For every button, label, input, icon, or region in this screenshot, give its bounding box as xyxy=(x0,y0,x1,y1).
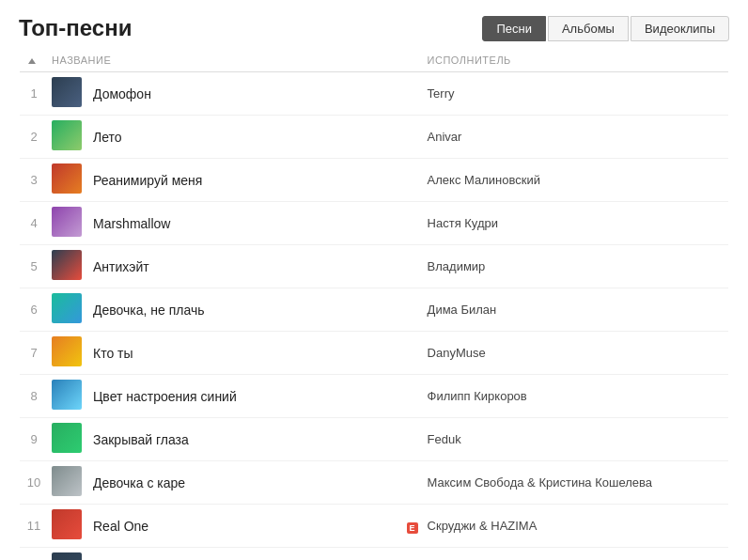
album-art xyxy=(52,509,82,539)
row-num: 2 xyxy=(20,116,48,159)
row-thumbnail xyxy=(48,116,86,159)
row-explicit-badge xyxy=(401,245,424,288)
album-art xyxy=(52,250,82,280)
row-num: 1 xyxy=(20,72,48,116)
row-thumbnail xyxy=(48,505,86,548)
row-song-name[interactable]: So Long xyxy=(86,548,401,561)
row-num: 8 xyxy=(20,375,48,418)
row-explicit-badge xyxy=(401,418,424,461)
album-art xyxy=(52,336,82,366)
row-explicit-badge xyxy=(401,288,424,332)
row-artist-name[interactable]: Terry xyxy=(424,72,728,116)
table-row[interactable]: 12 So Long MALFA xyxy=(20,548,728,561)
row-num: 11 xyxy=(20,505,48,548)
row-thumbnail xyxy=(48,245,86,288)
row-song-name[interactable]: Real One xyxy=(86,505,401,548)
col-artist-header: ИСПОЛНИТЕЛЬ xyxy=(424,49,728,72)
table-row[interactable]: 2 Лето Anivar xyxy=(20,116,728,159)
row-artist-name[interactable]: Anivar xyxy=(424,116,728,159)
tab-albums[interactable]: Альбомы xyxy=(548,16,629,41)
row-num: 6 xyxy=(20,288,48,332)
col-name-header: НАЗВАНИЕ xyxy=(48,49,424,72)
table-row[interactable]: 8 Цвет настроения синий Филипп Киркоров xyxy=(20,375,728,418)
col-sort[interactable] xyxy=(20,49,48,72)
row-explicit-badge xyxy=(401,461,424,505)
row-explicit-badge xyxy=(401,116,424,159)
row-num: 7 xyxy=(20,332,48,375)
row-explicit-badge xyxy=(401,72,424,116)
row-artist-name[interactable]: Филипп Киркоров xyxy=(424,375,728,418)
row-thumbnail xyxy=(48,548,86,561)
row-num: 10 xyxy=(20,461,48,505)
row-artist-name[interactable]: Максим Свобода & Кристина Кошелева xyxy=(424,461,728,505)
row-artist-name[interactable]: MALFA xyxy=(424,548,728,561)
row-explicit-badge xyxy=(401,375,424,418)
row-thumbnail xyxy=(48,332,86,375)
album-art xyxy=(52,163,82,194)
row-artist-name[interactable]: Алекс Малиновский xyxy=(424,159,728,202)
page-header: Топ-песни Песни Альбомы Видеоклипы xyxy=(0,0,748,49)
row-num: 5 xyxy=(20,245,48,288)
album-art xyxy=(52,207,82,237)
table-header-row: НАЗВАНИЕ ИСПОЛНИТЕЛЬ xyxy=(20,49,728,72)
tab-songs[interactable]: Песни xyxy=(482,16,546,41)
row-explicit-badge xyxy=(401,548,424,561)
table-row[interactable]: 7 Кто ты DanyMuse xyxy=(20,332,728,375)
album-art xyxy=(52,423,82,453)
row-thumbnail xyxy=(48,288,86,332)
row-thumbnail xyxy=(48,375,86,418)
table-row[interactable]: 1 Домофон Terry xyxy=(20,72,728,116)
row-song-name[interactable]: Домофон xyxy=(86,72,401,116)
table-body: 1 Домофон Terry 2 Лето Anivar 3 Реанимир… xyxy=(20,72,728,561)
row-song-name[interactable]: Цвет настроения синий xyxy=(86,375,401,418)
row-artist-name[interactable]: Скруджи & HAZIMA xyxy=(424,505,728,548)
row-artist-name[interactable]: Настя Кудри xyxy=(424,202,728,245)
row-song-name[interactable]: Кто ты xyxy=(86,332,401,375)
row-song-name[interactable]: Закрывай глаза xyxy=(86,418,401,461)
row-song-name[interactable]: Лето xyxy=(86,116,401,159)
row-thumbnail xyxy=(48,202,86,245)
table-container: НАЗВАНИЕ ИСПОЛНИТЕЛЬ 1 Домофон Terry 2 Л… xyxy=(0,49,748,560)
row-artist-name[interactable]: DanyMuse xyxy=(424,332,728,375)
table-row[interactable]: 9 Закрывай глаза Feduk xyxy=(20,418,728,461)
album-art xyxy=(52,466,82,496)
row-song-name[interactable]: Реанимируй меня xyxy=(86,159,401,202)
album-art xyxy=(52,120,82,150)
row-song-name[interactable]: Девочка с каре xyxy=(86,461,401,505)
tab-group: Песни Альбомы Видеоклипы xyxy=(482,16,729,41)
album-art xyxy=(52,552,82,560)
row-thumbnail xyxy=(48,159,86,202)
row-thumbnail xyxy=(48,418,86,461)
table-row[interactable]: 3 Реанимируй меня Алекс Малиновский xyxy=(20,159,728,202)
table-row[interactable]: 4 Marshmallow Настя Кудри xyxy=(20,202,728,245)
row-explicit-badge xyxy=(401,332,424,375)
songs-table: НАЗВАНИЕ ИСПОЛНИТЕЛЬ 1 Домофон Terry 2 Л… xyxy=(19,49,729,560)
row-explicit-badge: E xyxy=(401,505,424,548)
table-row[interactable]: 11 Real One E Скруджи & HAZIMA xyxy=(20,505,728,548)
album-art xyxy=(52,380,82,410)
explicit-icon: E xyxy=(407,522,418,534)
row-artist-name[interactable]: Feduk xyxy=(424,418,728,461)
row-num: 9 xyxy=(20,418,48,461)
table-row[interactable]: 10 Девочка с каре Максим Свобода & Крист… xyxy=(20,461,728,505)
row-artist-name[interactable]: Дима Билан xyxy=(424,288,728,332)
tab-videos[interactable]: Видеоклипы xyxy=(631,16,729,41)
sort-arrow-icon xyxy=(28,58,36,64)
album-art xyxy=(52,293,82,323)
row-explicit-badge xyxy=(401,159,424,202)
table-row[interactable]: 5 Антихэйт Владимир xyxy=(20,245,728,288)
row-explicit-badge xyxy=(401,202,424,245)
table-row[interactable]: 6 Девочка, не плачь Дима Билан xyxy=(20,288,728,332)
row-song-name[interactable]: Marshmallow xyxy=(86,202,401,245)
row-num: 4 xyxy=(20,202,48,245)
row-thumbnail xyxy=(48,72,86,116)
row-song-name[interactable]: Антихэйт xyxy=(86,245,401,288)
album-art xyxy=(52,77,82,107)
row-num: 12 xyxy=(20,548,48,561)
row-song-name[interactable]: Девочка, не плачь xyxy=(86,288,401,332)
row-thumbnail xyxy=(48,461,86,505)
page-title: Топ-песни xyxy=(19,15,132,41)
row-artist-name[interactable]: Владимир xyxy=(424,245,728,288)
row-num: 3 xyxy=(20,159,48,202)
